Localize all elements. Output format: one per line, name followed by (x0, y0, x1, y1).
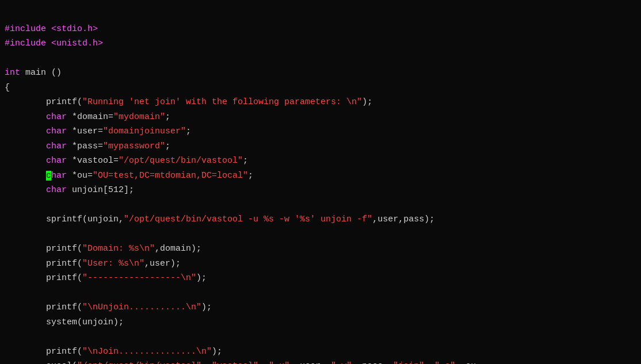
line-execl: execl("/opt/quest/bin/vastool", "vastool… (5, 361, 481, 364)
line-open-brace: { (5, 83, 10, 93)
line-char-ou: char *ou="OU=test,DC=mtdomian,DC=local"; (5, 171, 253, 181)
line-main-decl: int main () (5, 68, 62, 78)
line-char-unjoin: char unjoin[512]; (5, 185, 134, 195)
line-char-vastool: char *vastool="/opt/quest/bin/vastool"; (5, 156, 248, 166)
line-printf-dashes: printf("------------------\n"); (5, 273, 207, 283)
line-char-user: char *user="domainjoinuser"; (5, 127, 191, 136)
line-include2: #include <unistd.h> (5, 39, 103, 48)
line-printf1: printf("Running 'net join' with the foll… (5, 97, 372, 107)
line-printf-user: printf("User: %s\n",user); (5, 259, 181, 269)
line-char-pass: char *pass="mypassword"; (5, 141, 170, 151)
line-sprintf: sprintf(unjoin,"/opt/quest/bin/vastool -… (5, 214, 434, 224)
line-printf-join: printf("\nJoin...............\n"); (5, 347, 222, 357)
line-printf-unjoin: printf("\nUnjoin...........\n"); (5, 302, 212, 312)
code-editor: #include <stdio.h> #include <unistd.h> i… (0, 5, 641, 364)
line-include1: #include <stdio.h> (5, 24, 98, 34)
line-printf-domain: printf("Domain: %s\n",domain); (5, 244, 201, 254)
line-char-domain: char *domain="mydomain"; (5, 112, 170, 122)
line-system-unjoin: system(unjoin); (5, 317, 124, 327)
